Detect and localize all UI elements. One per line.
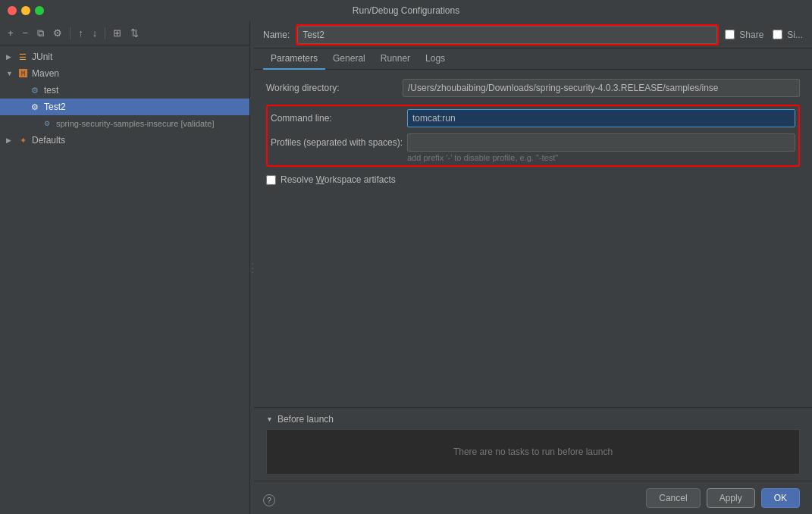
before-launch-section: ▼ Before launch There are no tasks to ru… [254, 407, 812, 481]
apply-button[interactable]: Apply [707, 488, 755, 508]
cancel-button[interactable]: Cancel [646, 488, 700, 508]
command-line-input[interactable] [407, 109, 795, 127]
tab-parameters[interactable]: Parameters [263, 49, 325, 70]
remove-config-button[interactable]: − [20, 26, 32, 40]
move-down-button[interactable]: ↓ [89, 26, 101, 40]
sidebar-item-junit-label: JUnit [32, 52, 52, 62]
tab-logs[interactable]: Logs [418, 49, 453, 70]
sidebar-item-test-label: test [44, 85, 58, 96]
move-up-button[interactable]: ↑ [75, 26, 86, 40]
expand-arrow-maven: ▼ [6, 70, 15, 77]
command-line-row: Command line: [271, 109, 795, 127]
group-button[interactable]: ⊞ [110, 26, 124, 40]
sidebar: + − ⧉ ⚙ ↑ ↓ ⊞ ⇅ ▶ ☰ JUnit ▼ 🅼 Ma [0, 21, 250, 514]
before-launch-content: There are no tasks to run before launch [266, 429, 800, 475]
tab-general[interactable]: General [325, 49, 373, 70]
name-label: Name: [263, 30, 290, 40]
profiles-label: Profiles (separated with spaces): [271, 137, 407, 148]
sidebar-item-spring-security[interactable]: ⚙ spring-security-samples-insecure [vali… [0, 115, 249, 132]
minimize-button[interactable] [21, 6, 30, 15]
share-area: Share Si... [725, 30, 803, 40]
before-launch-arrow-icon: ▼ [266, 415, 273, 423]
profiles-input[interactable] [407, 133, 795, 152]
sidebar-item-maven[interactable]: ▼ 🅼 Maven [0, 65, 249, 82]
resize-handle[interactable] [250, 21, 254, 514]
defaults-icon: ✦ [17, 134, 29, 146]
name-highlight-box [296, 24, 719, 45]
working-directory-label: Working directory: [266, 83, 403, 93]
resolve-artifacts-checkbox[interactable] [266, 175, 276, 185]
maximize-button[interactable] [35, 6, 44, 15]
before-launch-title: Before launch [277, 414, 334, 425]
sidebar-item-test2-label: Test2 [44, 102, 66, 112]
sidebar-item-junit[interactable]: ▶ ☰ JUnit [0, 49, 249, 65]
ok-button[interactable]: OK [761, 488, 800, 508]
sidebar-item-defaults-label: Defaults [32, 135, 65, 146]
sidebar-item-test[interactable]: ⚙ test [0, 82, 249, 99]
command-line-label: Command line: [271, 113, 407, 124]
sort-button[interactable]: ⇅ [127, 26, 142, 40]
copy-config-button[interactable]: ⧉ [34, 26, 47, 41]
junit-icon: ☰ [17, 51, 29, 63]
gear-icon-test2: ⚙ [29, 101, 41, 113]
window-title: Run/Debug Configurations [353, 5, 459, 16]
expand-arrow-defaults: ▶ [6, 136, 15, 144]
command-profiles-highlight-box: Command line: Profiles (separated with s… [266, 105, 800, 167]
main-container: + − ⧉ ⚙ ↑ ↓ ⊞ ⇅ ▶ ☰ JUnit ▼ 🅼 Ma [0, 21, 812, 514]
single-instance-label: Si... [787, 30, 803, 40]
resolve-artifacts-row: Resolve Workspace artifacts [266, 174, 800, 185]
title-bar: Run/Debug Configurations [0, 0, 812, 21]
gear-icon-spring: ⚙ [41, 118, 53, 130]
maven-icon: 🅼 [17, 67, 29, 80]
name-input[interactable] [297, 26, 717, 44]
parameters-panel: Working directory: Command line: Profile… [254, 70, 812, 407]
sidebar-item-test2[interactable]: ⚙ Test2 [0, 99, 249, 115]
sidebar-item-maven-label: Maven [32, 68, 59, 79]
add-config-button[interactable]: + [5, 26, 17, 40]
tab-runner[interactable]: Runner [373, 49, 418, 70]
right-panel: Name: Share Si... Parameters General Run… [254, 21, 812, 514]
traffic-lights [8, 6, 44, 15]
help-icon[interactable]: ? [263, 494, 275, 506]
resolve-artifacts-label: Resolve Workspace artifacts [281, 174, 396, 185]
tabs-bar: Parameters General Runner Logs [254, 49, 812, 70]
sidebar-toolbar: + − ⧉ ⚙ ↑ ↓ ⊞ ⇅ [0, 21, 249, 45]
profiles-row: Profiles (separated with spaces): [271, 133, 795, 152]
expand-arrow-junit: ▶ [6, 53, 15, 61]
toolbar-separator-2 [105, 27, 105, 39]
sidebar-item-spring-label: spring-security-samples-insecure [valida… [56, 119, 214, 128]
close-button[interactable] [8, 6, 17, 15]
toolbar-separator [70, 27, 71, 39]
bottom-bar: ? Cancel Apply OK [254, 481, 812, 514]
share-checkbox[interactable] [725, 30, 735, 39]
name-bar: Name: Share Si... [254, 21, 812, 49]
settings-config-button[interactable]: ⚙ [50, 26, 65, 40]
working-directory-input[interactable] [403, 79, 800, 97]
bottom-left-help: ? [263, 494, 275, 506]
before-launch-header[interactable]: ▼ Before launch [266, 414, 800, 425]
sidebar-item-defaults[interactable]: ▶ ✦ Defaults [0, 132, 249, 149]
before-launch-empty-message: There are no tasks to run before launch [453, 447, 613, 457]
working-directory-row: Working directory: [266, 79, 800, 97]
gear-icon-test: ⚙ [29, 84, 41, 96]
share-label: Share [739, 30, 763, 40]
config-tree: ▶ ☰ JUnit ▼ 🅼 Maven ⚙ test [0, 45, 249, 514]
profiles-hint: add prefix '-' to disable profile, e.g. … [407, 153, 795, 162]
single-instance-checkbox[interactable] [773, 30, 782, 39]
